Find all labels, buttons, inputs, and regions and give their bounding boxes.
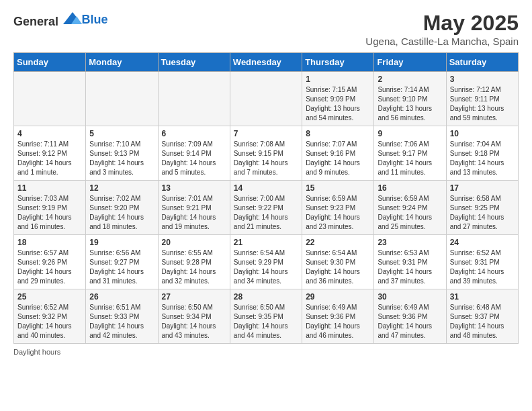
calendar-cell: 12Sunrise: 7:02 AM Sunset: 9:20 PM Dayli…: [86, 181, 158, 235]
day-number: 8: [306, 129, 370, 138]
day-number: 29: [306, 292, 370, 302]
day-info: Sunrise: 7:02 AM Sunset: 9:20 PM Dayligh…: [89, 194, 154, 232]
calendar-cell: 2Sunrise: 7:14 AM Sunset: 9:10 PM Daylig…: [374, 72, 446, 126]
calendar-cell: 23Sunrise: 6:53 AM Sunset: 9:31 PM Dayli…: [374, 235, 446, 289]
day-number: 19: [89, 238, 154, 247]
day-info: Sunrise: 6:48 AM Sunset: 9:37 PM Dayligh…: [450, 303, 515, 340]
calendar-cell: 20Sunrise: 6:55 AM Sunset: 9:28 PM Dayli…: [158, 235, 230, 289]
day-number: 28: [234, 292, 298, 302]
day-number: 23: [378, 238, 442, 247]
day-number: 14: [234, 183, 298, 193]
day-number: 10: [450, 129, 515, 138]
header-row: SundayMondayTuesdayWednesdayThursdayFrid…: [14, 53, 519, 72]
calendar-cell: 11Sunrise: 7:03 AM Sunset: 9:19 PM Dayli…: [14, 181, 86, 235]
day-number: 7: [234, 129, 298, 138]
day-number: 11: [17, 183, 82, 193]
calendar-cell: 18Sunrise: 6:57 AM Sunset: 9:26 PM Dayli…: [14, 235, 86, 289]
day-number: 3: [450, 75, 515, 84]
day-number: 6: [162, 129, 226, 138]
day-number: 20: [162, 238, 226, 247]
calendar-cell: 27Sunrise: 6:50 AM Sunset: 9:34 PM Dayli…: [158, 289, 230, 344]
day-number: 18: [17, 238, 82, 247]
day-info: Sunrise: 6:54 AM Sunset: 9:29 PM Dayligh…: [234, 248, 298, 286]
day-info: Sunrise: 6:54 AM Sunset: 9:30 PM Dayligh…: [306, 248, 370, 286]
calendar-cell: 10Sunrise: 7:04 AM Sunset: 9:18 PM Dayli…: [446, 126, 518, 181]
logo-icon: [63, 11, 82, 26]
subtitle: Ugena, Castille-La Mancha, Spain: [365, 36, 519, 47]
calendar-cell: 21Sunrise: 6:54 AM Sunset: 9:29 PM Dayli…: [230, 235, 302, 289]
calendar-cell: 25Sunrise: 6:52 AM Sunset: 9:32 PM Dayli…: [14, 289, 86, 344]
week-row-4: 18Sunrise: 6:57 AM Sunset: 9:26 PM Dayli…: [14, 235, 519, 289]
day-info: Sunrise: 7:00 AM Sunset: 9:22 PM Dayligh…: [234, 194, 298, 232]
calendar-cell: 6Sunrise: 7:09 AM Sunset: 9:14 PM Daylig…: [158, 126, 230, 181]
calendar-cell: [86, 72, 158, 126]
main-title: May 2025: [365, 11, 519, 36]
day-number: 16: [378, 183, 442, 193]
header-cell-sunday: Sunday: [14, 53, 86, 72]
calendar-table: SundayMondayTuesdayWednesdayThursdayFrid…: [13, 52, 519, 344]
header-cell-tuesday: Tuesday: [158, 53, 230, 72]
day-info: Sunrise: 6:50 AM Sunset: 9:35 PM Dayligh…: [234, 303, 298, 340]
day-info: Sunrise: 7:14 AM Sunset: 9:10 PM Dayligh…: [378, 85, 442, 123]
day-number: 9: [378, 129, 442, 138]
day-info: Sunrise: 6:51 AM Sunset: 9:33 PM Dayligh…: [89, 303, 154, 340]
day-number: 27: [162, 292, 226, 302]
header-cell-thursday: Thursday: [302, 53, 374, 72]
day-number: 2: [378, 75, 442, 84]
day-info: Sunrise: 7:15 AM Sunset: 9:09 PM Dayligh…: [306, 85, 370, 123]
day-info: Sunrise: 6:52 AM Sunset: 9:31 PM Dayligh…: [450, 248, 515, 286]
calendar-cell: 26Sunrise: 6:51 AM Sunset: 9:33 PM Dayli…: [86, 289, 158, 344]
calendar-cell: 9Sunrise: 7:06 AM Sunset: 9:17 PM Daylig…: [374, 126, 446, 181]
day-number: 30: [378, 292, 442, 302]
day-info: Sunrise: 6:49 AM Sunset: 9:36 PM Dayligh…: [306, 303, 370, 340]
calendar-cell: 8Sunrise: 7:07 AM Sunset: 9:16 PM Daylig…: [302, 126, 374, 181]
calendar-cell: 15Sunrise: 6:59 AM Sunset: 9:23 PM Dayli…: [302, 181, 374, 235]
logo-general: General: [13, 15, 58, 28]
calendar-cell: [230, 72, 302, 126]
day-number: 15: [306, 183, 370, 193]
day-number: 13: [162, 183, 226, 193]
day-info: Sunrise: 7:08 AM Sunset: 9:15 PM Dayligh…: [234, 140, 298, 177]
footer: Daylight hours: [13, 348, 519, 356]
day-info: Sunrise: 7:10 AM Sunset: 9:13 PM Dayligh…: [89, 140, 154, 177]
calendar-cell: [158, 72, 230, 126]
day-info: Sunrise: 6:59 AM Sunset: 9:24 PM Dayligh…: [378, 194, 442, 232]
header-cell-wednesday: Wednesday: [230, 53, 302, 72]
day-info: Sunrise: 7:12 AM Sunset: 9:11 PM Dayligh…: [450, 85, 515, 123]
day-number: 21: [234, 238, 298, 247]
day-number: 31: [450, 292, 515, 302]
calendar-cell: [14, 72, 86, 126]
calendar-cell: 19Sunrise: 6:56 AM Sunset: 9:27 PM Dayli…: [86, 235, 158, 289]
calendar-cell: 30Sunrise: 6:49 AM Sunset: 9:36 PM Dayli…: [374, 289, 446, 344]
footer-text: Daylight hours: [13, 348, 60, 356]
day-number: 4: [17, 129, 82, 138]
day-info: Sunrise: 6:50 AM Sunset: 9:34 PM Dayligh…: [162, 303, 226, 340]
day-info: Sunrise: 7:11 AM Sunset: 9:12 PM Dayligh…: [17, 140, 82, 177]
calendar-cell: 17Sunrise: 6:58 AM Sunset: 9:25 PM Dayli…: [446, 181, 518, 235]
day-info: Sunrise: 6:56 AM Sunset: 9:27 PM Dayligh…: [89, 248, 154, 286]
day-info: Sunrise: 6:49 AM Sunset: 9:36 PM Dayligh…: [378, 303, 442, 340]
title-section: May 2025 Ugena, Castille-La Mancha, Spai…: [365, 11, 519, 47]
day-number: 26: [89, 292, 154, 302]
day-info: Sunrise: 7:03 AM Sunset: 9:19 PM Dayligh…: [17, 194, 82, 232]
day-info: Sunrise: 7:01 AM Sunset: 9:21 PM Dayligh…: [162, 194, 226, 232]
day-number: 25: [17, 292, 82, 302]
header: General Blue May 2025 Ugena, Castille-La…: [13, 11, 519, 47]
calendar-cell: 4Sunrise: 7:11 AM Sunset: 9:12 PM Daylig…: [14, 126, 86, 181]
day-info: Sunrise: 7:04 AM Sunset: 9:18 PM Dayligh…: [450, 140, 515, 177]
day-info: Sunrise: 6:58 AM Sunset: 9:25 PM Dayligh…: [450, 194, 515, 232]
day-info: Sunrise: 6:55 AM Sunset: 9:28 PM Dayligh…: [162, 248, 226, 286]
week-row-3: 11Sunrise: 7:03 AM Sunset: 9:19 PM Dayli…: [14, 181, 519, 235]
calendar-cell: 31Sunrise: 6:48 AM Sunset: 9:37 PM Dayli…: [446, 289, 518, 344]
calendar-cell: 3Sunrise: 7:12 AM Sunset: 9:11 PM Daylig…: [446, 72, 518, 126]
day-number: 17: [450, 183, 515, 193]
calendar-cell: 14Sunrise: 7:00 AM Sunset: 9:22 PM Dayli…: [230, 181, 302, 235]
week-row-2: 4Sunrise: 7:11 AM Sunset: 9:12 PM Daylig…: [14, 126, 519, 181]
day-number: 24: [450, 238, 515, 247]
day-info: Sunrise: 7:07 AM Sunset: 9:16 PM Dayligh…: [306, 140, 370, 177]
week-row-1: 1Sunrise: 7:15 AM Sunset: 9:09 PM Daylig…: [14, 72, 519, 126]
header-cell-friday: Friday: [374, 53, 446, 72]
calendar-cell: 1Sunrise: 7:15 AM Sunset: 9:09 PM Daylig…: [302, 72, 374, 126]
logo: General Blue: [13, 11, 108, 29]
day-number: 1: [306, 75, 370, 84]
